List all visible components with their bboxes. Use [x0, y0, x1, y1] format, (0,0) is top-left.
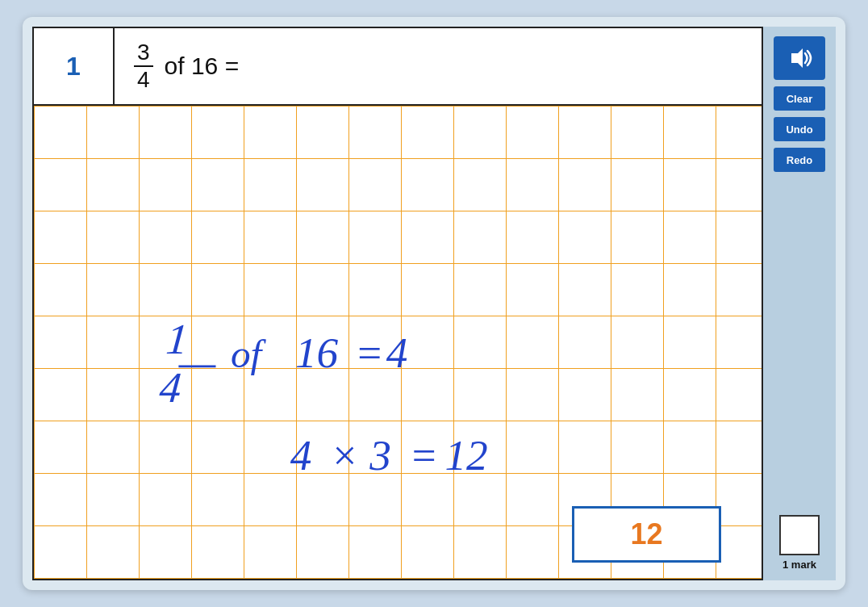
svg-text:4: 4 [386, 329, 408, 377]
grid-area[interactable]: 1 4 of 16 = 4 4 × 3 = 12 12 [34, 106, 762, 579]
svg-text:=: = [409, 432, 438, 479]
svg-marker-12 [791, 48, 803, 68]
question-content: 3 4 of 16 = [115, 28, 762, 104]
mark-box-area: 1 mark [779, 515, 820, 571]
mark-label: 1 mark [782, 559, 816, 571]
clear-button[interactable]: Clear [774, 86, 825, 111]
svg-text:16: 16 [295, 329, 339, 377]
question-text: of 16 = [165, 52, 240, 80]
outer-container: 1 3 4 of 16 = 1 4 of [23, 17, 845, 590]
svg-text:4: 4 [290, 432, 312, 479]
svg-text:12: 12 [444, 432, 487, 479]
fraction-denominator: 4 [137, 67, 150, 91]
svg-text:3: 3 [369, 432, 391, 479]
redo-button[interactable]: Redo [774, 148, 825, 172]
svg-text:=: = [355, 329, 384, 377]
svg-text:1: 1 [165, 316, 190, 364]
main-panel: 1 3 4 of 16 = 1 4 of [32, 27, 763, 580]
svg-text:of: of [231, 332, 267, 376]
answer-box[interactable]: 12 [572, 506, 721, 563]
question-header: 1 3 4 of 16 = [34, 28, 762, 106]
sidebar: Clear Undo Redo 1 mark [763, 27, 836, 580]
sound-button[interactable] [774, 36, 825, 80]
svg-text:×: × [330, 432, 359, 479]
fraction-numerator: 3 [134, 41, 153, 67]
answer-value: 12 [630, 517, 662, 551]
mark-box [779, 515, 820, 555]
fraction: 3 4 [134, 41, 153, 91]
speaker-icon [787, 47, 812, 69]
question-number: 1 [34, 28, 115, 104]
svg-text:4: 4 [157, 363, 183, 412]
undo-button[interactable]: Undo [774, 117, 825, 141]
